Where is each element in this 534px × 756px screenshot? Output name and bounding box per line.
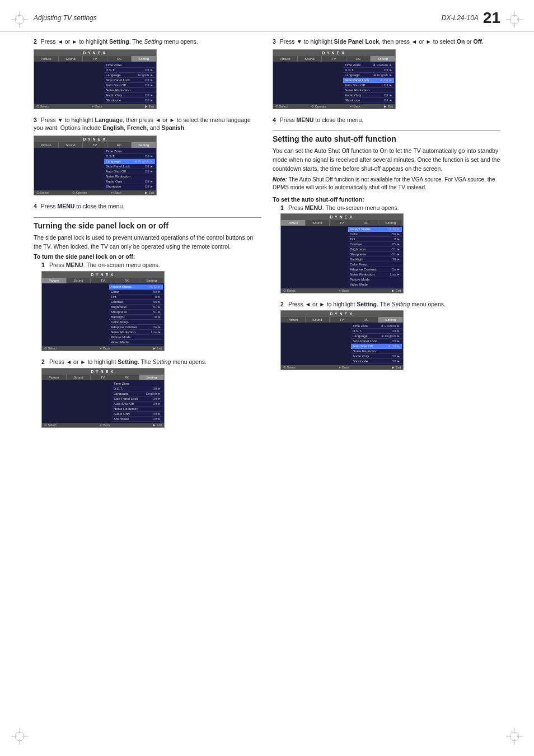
menu-row: D.S.T.Off ► [104, 68, 155, 73]
tv-menu-panel-1: Time Zone D.S.T.Off ► LanguageEnglish ► … [103, 62, 156, 104]
step-number: 4 [34, 203, 37, 209]
menu-row: Color50 ► [348, 232, 402, 237]
tv-brand-2: D Y N E X. [34, 136, 156, 142]
menu-row: Audio OnlyOff ► [104, 93, 155, 98]
nav-setting-active: Setting [132, 142, 156, 148]
tv-body-3: Aspect StatusVOID ► Color50 ► Tint0 ► Co… [42, 283, 164, 346]
tv-nav-4: Picture Sound TV RC Setting [42, 375, 164, 380]
sub2-step-1-menu: 1 Press MENU. The on-screen menu opens. … [280, 204, 500, 294]
tv-body-7: Time Zone◄ Eastern ► D.S.T.Off ► Languag… [281, 323, 403, 365]
page-number: 21 [483, 10, 500, 26]
menu-row: Time Zone◄ Eastern ► [343, 63, 394, 68]
section-title-autoshutoff: Setting the auto shut-off function [273, 130, 500, 143]
tv-brand-6: D Y N E X. [281, 214, 403, 220]
menu-row: Side Panel LockOff ► [104, 164, 155, 169]
menu-row: Picture Mode [109, 335, 163, 340]
nav-tv: TV [322, 56, 346, 62]
menu-row: Color50 ► [109, 290, 163, 295]
nav-sound: Sound [67, 375, 91, 380]
menu-row: Sharpness51 ► [348, 252, 402, 257]
main-content: 2 Press ◄ or ► to highlight Setting. The… [0, 38, 534, 435]
menu-row: Auto Shut OffOff ► [104, 83, 155, 88]
nav-picture: Picture [34, 142, 59, 148]
menu-row: Audio OnlyOff ► [112, 412, 163, 417]
tv-menu-2: Time Zone D.S.T.Off ► Language◄ English … [103, 148, 156, 190]
menu-row: Audio OnlyOff ► [104, 179, 155, 184]
nav-setting-active: Setting [371, 56, 395, 62]
menu-row: Time Zone [104, 63, 155, 68]
section-title-lock: Turning the side panel lock on or off [34, 217, 261, 230]
menu-row: Video Mode [109, 340, 163, 345]
nav-setting: Setting [139, 278, 164, 283]
menu-row-spl: Side Panel Lock◄ On ► [343, 78, 394, 83]
nav-setting: Setting [378, 220, 403, 226]
tv-body-2: Time Zone D.S.T.Off ► Language◄ English … [34, 148, 156, 190]
nav-setting-active: Setting [378, 317, 403, 323]
nav-tv: TV [91, 375, 115, 380]
tv-footer-5: ⊙ Select⊙ Operate↩ Back▶ Exit [273, 104, 395, 109]
section-body-lock: The side panel lock is used to prevent u… [34, 234, 261, 251]
corner-decoration-tl [11, 11, 28, 28]
tv-menu-panel-5: Time Zone◄ Eastern ► D.S.T.Off ► Languag… [342, 62, 395, 104]
corner-decoration-tr [506, 11, 523, 28]
tv-screen-spl: D Y N E X. Picture Sound TV RC Setting T… [273, 49, 396, 109]
tv-brand-5: D Y N E X. [273, 50, 395, 56]
menu-row: Audio OnlyOff ► [343, 93, 394, 98]
step-3-right: 3 Press ▼ to highlight Side Panel Lock, … [273, 38, 500, 109]
step-2-setting: 2 Press ◄ or ► to highlight Setting. The… [34, 38, 261, 109]
menu-row: D.S.T.Off ► [104, 154, 155, 159]
tv-menu-6: Aspect StatusVOID ► Color50 ► Tint0 ► Co… [347, 226, 403, 288]
menu-row: Adaptive ContrastOn ► [348, 267, 402, 272]
menu-row: D.S.T.Off ► [351, 329, 402, 334]
tv-nav-2: Picture Sound TV RC Setting [34, 142, 156, 148]
nav-sound: Sound [67, 278, 91, 283]
tv-menu-3: Aspect StatusVOID ► Color50 ► Tint0 ► Co… [108, 283, 164, 346]
tv-screen-autoshutoff: D Y N E X. Picture Sound TV RC Setting T… [280, 310, 404, 370]
nav-rc: RC [115, 375, 140, 380]
nav-setting-active: Setting [139, 375, 164, 380]
header-right: DX-L24-10A 21 [442, 10, 500, 26]
nav-rc: RC [354, 220, 379, 226]
menu-row: Noise ReductionLow ► [348, 272, 402, 277]
step-number: 2 [34, 38, 37, 45]
menu-row: LanguageEnglish ► [104, 73, 155, 78]
sub-step-1-menu: 1 Press MENU. The on-screen menu opens. … [41, 261, 261, 351]
tv-menu-panel-4: Time Zone D.S.T.Off ► LanguageEnglish ► … [111, 380, 164, 423]
tv-nav-5: Picture Sound TV RC Setting [273, 56, 395, 62]
menu-row: D.S.T.Off ► [112, 386, 163, 391]
tv-footer-1: ⊙ Select↩ Back▶ Exit [34, 104, 156, 109]
right-column: 3 Press ▼ to highlight Side Panel Lock, … [273, 38, 500, 435]
menu-row: ShortcodeOff ► [351, 359, 402, 364]
nav-picture: Picture [34, 56, 59, 62]
subsection-title-autoshutoff: To set the auto shut-off function: [273, 196, 500, 203]
menu-row: Time Zone◄ Eastern ► [351, 324, 402, 329]
tv-menu-panel-2: Time Zone D.S.T.Off ► Language◄ English … [103, 148, 156, 190]
nav-picture: Picture [281, 317, 306, 323]
menu-row: Auto Shut OffOff ► [112, 402, 163, 407]
nav-rc: RC [107, 142, 132, 148]
tv-menu-panel-6: Aspect StatusVOID ► Color50 ► Tint0 ► Co… [347, 226, 403, 288]
step-num: 1 [41, 261, 47, 269]
tv-footer-2: ⊙ Select⊙ Operate↩ Back▶ Exit [34, 190, 156, 195]
menu-row: Auto Shut OffOff ► [104, 169, 155, 174]
tv-nav-6: Picture Sound TV RC Setting [281, 220, 403, 226]
tv-body-left-3 [42, 283, 108, 346]
menu-row: Noise Reduction [112, 407, 163, 412]
tv-menu-4: Time Zone D.S.T.Off ► LanguageEnglish ► … [111, 380, 164, 423]
sub-step-2-setting: 2 Press ◄ or ► to highlight Setting. The… [41, 358, 261, 428]
menu-row: Brightness51 ► [109, 305, 163, 310]
tv-body-left-2 [34, 148, 103, 190]
nav-picture-active: Picture [42, 278, 67, 283]
tv-body-5: Time Zone◄ Eastern ► D.S.T.Off ► Languag… [273, 62, 395, 104]
tv-body-left-6 [281, 226, 347, 288]
nav-rc: RC [115, 278, 140, 283]
tv-menu-1: Time Zone D.S.T.Off ► LanguageEnglish ► … [103, 62, 156, 104]
nav-picture: Picture [273, 56, 298, 62]
tv-brand-3: D Y N E X. [42, 272, 164, 278]
step-4-right: 4 Press MENU to close the menu. [273, 116, 500, 124]
note-autoshutoff: Note: The Auto Shut Off function is not … [273, 176, 500, 192]
nav-picture: Picture [42, 375, 67, 380]
tv-footer-7: ⊙ Select↩ Back▶ Exit [281, 365, 403, 370]
menu-row: Brightness51 ► [348, 247, 402, 252]
step-4-close: 4 Press MENU to close the menu. [34, 202, 261, 211]
